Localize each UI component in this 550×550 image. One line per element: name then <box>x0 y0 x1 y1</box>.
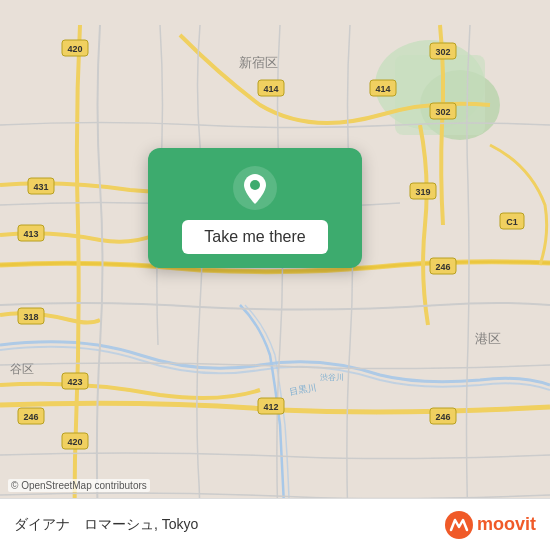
location-name: ダイアナ ロマーシュ, Tokyo <box>14 516 198 534</box>
svg-text:420: 420 <box>67 437 82 447</box>
moovit-icon <box>445 511 473 539</box>
svg-text:413: 413 <box>23 229 38 239</box>
svg-text:港区: 港区 <box>475 331 501 346</box>
take-me-there-button[interactable]: Take me there <box>182 220 327 254</box>
svg-text:新宿区: 新宿区 <box>239 55 278 70</box>
svg-text:423: 423 <box>67 377 82 387</box>
svg-text:246: 246 <box>435 412 450 422</box>
moovit-logo: moovit <box>445 511 536 539</box>
popup-card: Take me there <box>148 148 362 268</box>
osm-attribution: © OpenStreetMap contributors <box>11 480 147 491</box>
svg-text:420: 420 <box>67 44 82 54</box>
svg-text:431: 431 <box>33 182 48 192</box>
svg-text:246: 246 <box>23 412 38 422</box>
location-pin-icon <box>233 166 277 210</box>
svg-text:302: 302 <box>435 47 450 57</box>
map-background: 302 302 420 431 414 414 319 413 246 C1 3… <box>0 0 550 550</box>
svg-text:412: 412 <box>263 402 278 412</box>
moovit-text: moovit <box>477 514 536 535</box>
attribution-text: © OpenStreetMap contributors <box>8 479 150 492</box>
svg-text:谷区: 谷区 <box>10 362 34 376</box>
svg-text:319: 319 <box>415 187 430 197</box>
svg-text:246: 246 <box>435 262 450 272</box>
svg-text:414: 414 <box>375 84 390 94</box>
svg-point-42 <box>250 180 260 190</box>
bottom-bar: ダイアナ ロマーシュ, Tokyo moovit <box>0 498 550 550</box>
svg-text:318: 318 <box>23 312 38 322</box>
svg-text:414: 414 <box>263 84 278 94</box>
svg-text:C1: C1 <box>506 217 518 227</box>
svg-text:302: 302 <box>435 107 450 117</box>
svg-text:渋谷川: 渋谷川 <box>320 373 344 382</box>
map-container: 302 302 420 431 414 414 319 413 246 C1 3… <box>0 0 550 550</box>
